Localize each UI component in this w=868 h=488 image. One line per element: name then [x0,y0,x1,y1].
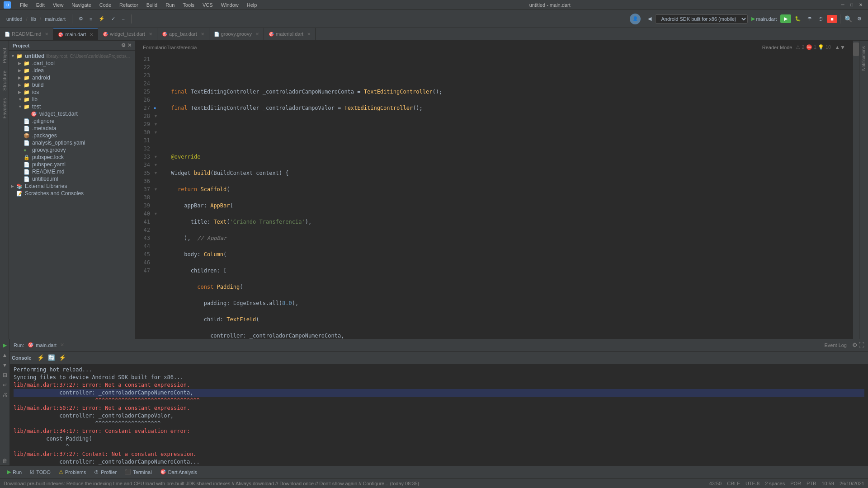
tree-analysis[interactable]: 📄 analysis_options.yaml [9,139,135,146]
tree-iml[interactable]: 📄 untitled.iml [9,175,135,183]
file-btn[interactable]: main.dart [42,15,68,23]
scroll-down-icon[interactable]: ▼ [0,361,9,370]
tree-gitignore[interactable]: 📄 .gitignore [9,117,135,125]
menu-view[interactable]: View [49,1,67,9]
menu-build[interactable]: Build [143,1,161,9]
tree-dart-tool[interactable]: ▶ 📁 .dart_tool [9,60,135,67]
terminal-action-btn[interactable]: ⬛ Terminal [121,468,156,476]
reader-mode-btn[interactable]: Reader Mode [762,45,793,50]
code-content[interactable]: final TextEditingController _controlador… [161,54,853,339]
todo-action-btn[interactable]: ☑ TODO [26,468,54,476]
settings-icon[interactable]: ⚙ [852,342,858,348]
run-icon[interactable]: ▶ [0,341,9,350]
soft-wrap-icon[interactable]: ↵ [0,380,9,389]
tab-close-readme[interactable]: ✕ [45,32,48,37]
menu-vcs[interactable]: VCS [199,1,217,9]
stop-btn[interactable]: ■ [827,15,837,23]
right-scrollbar[interactable] [853,41,859,339]
menu-refactor[interactable]: Refactor [116,1,142,9]
tree-android[interactable]: ▶ 📁 android [9,74,135,81]
tree-groovy[interactable]: ● groovy.groovy [9,146,135,154]
menu-file[interactable]: File [16,1,32,9]
coverage-btn[interactable]: ☂ [805,14,815,23]
tab-app-bar[interactable]: 🎯 app_bar.dart ✕ [157,28,209,40]
tree-packages[interactable]: 📦 .packages [9,132,135,139]
maximize-button[interactable]: □ [848,1,855,9]
event-log-btn[interactable]: Event Log [822,343,849,348]
print-icon[interactable]: 🖨 [0,390,9,399]
download-status[interactable]: Download pre-built indexes: Reduce the i… [4,481,419,486]
menu-window[interactable]: Window [217,1,242,9]
tree-scratches[interactable]: 📝 Scratches and Consoles [9,190,135,197]
close-panel-icon[interactable]: ✕ [127,42,132,48]
check-btn[interactable]: ✓ [108,14,118,23]
console-hot-restart-icon[interactable]: ⚡ [57,353,67,363]
console-line-9: ^^^^^^^^^^^^^^^^^^^^ [14,420,864,427]
run-action-btn[interactable]: ▶ Run [4,468,25,476]
menu-code[interactable]: Code [96,1,115,9]
expand-icon[interactable]: ▲▼ [835,44,845,51]
project-side-label[interactable]: Project [1,44,8,67]
tree-ios[interactable]: ▶ 📁 ios [9,89,135,96]
profile-btn[interactable]: ⏱ [816,15,826,23]
lib-btn[interactable]: lib [28,15,39,23]
trash-icon[interactable]: 🗑 [0,456,9,465]
problems-action-btn[interactable]: ⚠ Problems [55,468,90,476]
structure-label[interactable]: Structure [1,67,8,94]
dart-analysis-action-btn[interactable]: 🎯 Dart Analysis [156,468,201,476]
tab-close-material[interactable]: ✕ [307,32,311,37]
back-btn[interactable]: ◀ [645,14,654,23]
tree-root[interactable]: ▼ 📁 untitled library.root, C:\Users\carl… [9,52,135,60]
filter-icon[interactable]: ⊟ [0,371,9,380]
tree-build[interactable]: ▶ 📁 build [9,81,135,89]
tab-readme[interactable]: 📄 README.md ✕ [0,28,53,40]
tree-readme[interactable]: 📄 README.md [9,168,135,175]
line-numbers: 21 22 23 24 25 26 27 28 29 30 31 32 33 3… [136,54,154,339]
avatar[interactable]: 👤 [630,14,641,24]
menu-tools[interactable]: Tools [179,1,198,9]
tab-main-dart[interactable]: 🎯 main.dart ✕ [53,28,98,40]
tab-widget-test[interactable]: 🎯 widget_test.dart ✕ [98,28,157,40]
tab-close-main[interactable]: ✕ [90,32,93,37]
console-settings-icon[interactable]: ⚡ [36,353,46,363]
settings-btn[interactable]: ⚙ [76,14,86,23]
split-btn[interactable]: ⚡ [96,14,108,23]
menu-edit[interactable]: Edit [33,1,48,9]
tab-close-widget[interactable]: ✕ [149,32,152,37]
tree-idea[interactable]: ▶ 📁 .idea [9,67,135,74]
tree-pubspec-yaml[interactable]: 📄 pubspec.yaml [9,161,135,168]
tab-groovy[interactable]: 📄 groovy.groovy ✕ [209,28,264,40]
debug-btn[interactable]: 🐛 [792,14,804,23]
menu-navigate[interactable]: Navigate [68,1,94,9]
tree-lib[interactable]: ▼ 📁 lib [9,96,135,103]
close-button[interactable]: ✕ [857,1,864,9]
expand-panel-icon[interactable]: ⛶ [859,342,864,348]
tab-close-groovy[interactable]: ✕ [255,32,259,37]
run-config-btn[interactable]: ▶ main.dart [749,14,779,23]
minimize-button[interactable]: ─ [839,1,846,9]
gear-btn[interactable]: ⚙ [854,14,864,23]
tab-close-appbar[interactable]: ✕ [201,32,204,37]
project-btn[interactable]: untitled [4,15,25,23]
tab-material[interactable]: 🎯 material.dart ✕ [264,28,316,40]
list-btn[interactable]: ≡ [87,15,95,23]
tree-external-libs[interactable]: ▶ 📚 External Libraries [9,183,135,190]
notifications-label[interactable]: Notifications [860,44,867,72]
console-reload-icon[interactable]: 🔄 [47,353,57,363]
app-icon: IJ [4,1,11,9]
tree-test[interactable]: ▼ 📁 test [9,103,135,110]
favorites-label[interactable]: Favorites [1,94,8,122]
search-btn[interactable]: 🔍 [843,14,854,24]
gear-icon[interactable]: ⚙ [121,42,126,48]
menu-help[interactable]: Help [243,1,261,9]
profiler-action-btn[interactable]: ⏱ Profiler [90,469,120,476]
scroll-up-icon[interactable]: ▲ [0,351,9,360]
tree-pubspec-lock[interactable]: 🔒 pubspec.lock [9,154,135,161]
run-button[interactable]: ▶ [780,14,791,23]
minus-btn[interactable]: − [119,15,127,23]
sdk-selector[interactable]: Android SDK built for x86 (mobile) [655,14,748,23]
menu-run[interactable]: Run [162,1,178,9]
tree-metadata[interactable]: 📄 .metadata [9,125,135,132]
tree-widget-test[interactable]: 🎯 widget_test.dart [9,110,135,117]
code-editor[interactable]: 21 22 23 24 25 26 27 28 29 30 31 32 33 3… [136,54,853,339]
